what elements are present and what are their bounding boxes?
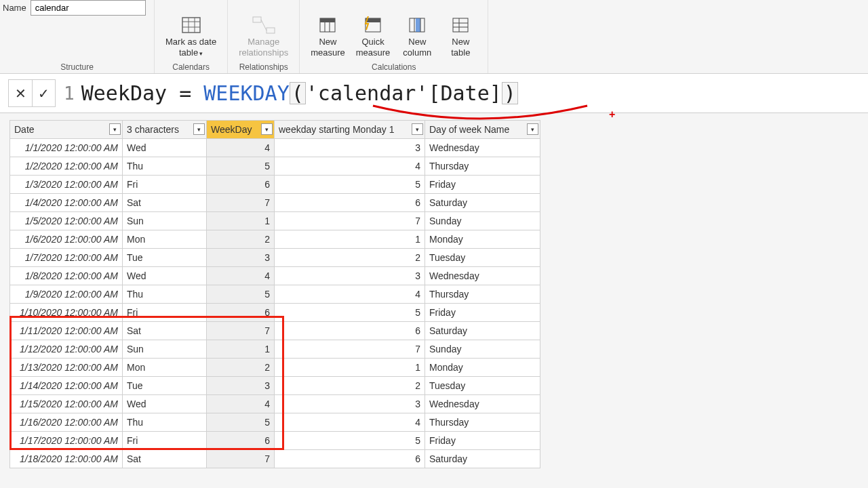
cell-weekday-monday[interactable]: 6 xyxy=(275,194,425,212)
header-3characters[interactable]: 3 characters▾ xyxy=(123,121,207,139)
cell-day-name[interactable]: Wednesday xyxy=(425,267,540,285)
cell-weekday[interactable]: 5 xyxy=(207,157,275,176)
cell-date[interactable]: 1/8/2020 12:00:00 AM xyxy=(10,267,123,285)
cell-day-name[interactable]: Thursday xyxy=(425,157,540,176)
cell-3characters[interactable]: Wed xyxy=(123,139,207,157)
cell-date[interactable]: 1/15/2020 12:00:00 AM xyxy=(10,395,123,413)
cell-day-name[interactable]: Friday xyxy=(425,176,540,194)
table-row[interactable]: 1/16/2020 12:00:00 AMThu54Thursday xyxy=(10,413,540,432)
header-date[interactable]: Date▾ xyxy=(10,121,123,139)
table-row[interactable]: 1/14/2020 12:00:00 AMTue32Tuesday xyxy=(10,377,540,395)
cell-weekday-monday[interactable]: 7 xyxy=(275,212,425,230)
cell-date[interactable]: 1/16/2020 12:00:00 AM xyxy=(10,413,123,432)
cell-weekday-monday[interactable]: 3 xyxy=(275,139,425,157)
table-row[interactable]: 1/7/2020 12:00:00 AMTue32Tuesday xyxy=(10,249,540,267)
cell-3characters[interactable]: Thu xyxy=(123,157,207,176)
mark-as-date-table-button[interactable]: Mark as datetable▾ xyxy=(161,12,220,62)
cell-date[interactable]: 1/12/2020 12:00:00 AM xyxy=(10,340,123,359)
cell-day-name[interactable]: Wednesday xyxy=(425,395,540,413)
cell-weekday-monday[interactable]: 3 xyxy=(275,267,425,285)
cell-weekday[interactable]: 4 xyxy=(207,139,275,157)
header-day-name[interactable]: Day of week Name▾ xyxy=(425,121,540,139)
cell-day-name[interactable]: Wednesday xyxy=(425,139,540,157)
cell-day-name[interactable]: Tuesday xyxy=(425,377,540,395)
cell-weekday[interactable]: 7 xyxy=(207,194,275,212)
cell-weekday[interactable]: 7 xyxy=(207,322,275,340)
cell-date[interactable]: 1/14/2020 12:00:00 AM xyxy=(10,377,123,395)
new-table-button[interactable]: Newtable xyxy=(440,12,481,62)
cell-weekday[interactable]: 3 xyxy=(207,249,275,267)
table-row[interactable]: 1/8/2020 12:00:00 AMWed43Wednesday xyxy=(10,267,540,285)
quick-measure-button[interactable]: Quickmeasure xyxy=(352,12,395,62)
cell-day-name[interactable]: Monday xyxy=(425,230,540,249)
cell-day-name[interactable]: Saturday xyxy=(425,450,540,468)
cell-date[interactable]: 1/7/2020 12:00:00 AM xyxy=(10,249,123,267)
cell-weekday[interactable]: 2 xyxy=(207,359,275,377)
cell-day-name[interactable]: Thursday xyxy=(425,285,540,304)
cell-date[interactable]: 1/6/2020 12:00:00 AM xyxy=(10,230,123,249)
table-row[interactable]: 1/6/2020 12:00:00 AMMon21Monday xyxy=(10,230,540,249)
cell-day-name[interactable]: Saturday xyxy=(425,322,540,340)
cell-day-name[interactable]: Friday xyxy=(425,432,540,450)
cell-3characters[interactable]: Wed xyxy=(123,395,207,413)
cell-weekday[interactable]: 5 xyxy=(207,413,275,432)
cell-weekday-monday[interactable]: 5 xyxy=(275,432,425,450)
cell-3characters[interactable]: Thu xyxy=(123,285,207,304)
cell-3characters[interactable]: Fri xyxy=(123,304,207,322)
table-row[interactable]: 1/5/2020 12:00:00 AMSun17Sunday xyxy=(10,212,540,230)
cell-date[interactable]: 1/10/2020 12:00:00 AM xyxy=(10,304,123,322)
cell-date[interactable]: 1/11/2020 12:00:00 AM xyxy=(10,322,123,340)
cell-weekday[interactable]: 1 xyxy=(207,340,275,359)
cell-3characters[interactable]: Wed xyxy=(123,267,207,285)
cell-date[interactable]: 1/13/2020 12:00:00 AM xyxy=(10,359,123,377)
filter-icon[interactable]: ▾ xyxy=(412,123,423,135)
cell-day-name[interactable]: Friday xyxy=(425,304,540,322)
cell-3characters[interactable]: Sat xyxy=(123,450,207,468)
table-row[interactable]: 1/3/2020 12:00:00 AMFri65Friday xyxy=(10,176,540,194)
filter-icon[interactable]: ▾ xyxy=(193,123,205,135)
cell-weekday-monday[interactable]: 6 xyxy=(275,322,425,340)
cell-weekday[interactable]: 2 xyxy=(207,230,275,249)
cell-date[interactable]: 1/3/2020 12:00:00 AM xyxy=(10,176,123,194)
cell-3characters[interactable]: Sun xyxy=(123,340,207,359)
cell-weekday[interactable]: 3 xyxy=(207,377,275,395)
table-row[interactable]: 1/2/2020 12:00:00 AMThu54Thursday xyxy=(10,157,540,176)
table-row[interactable]: 1/15/2020 12:00:00 AMWed43Wednesday xyxy=(10,395,540,413)
new-measure-button[interactable]: Newmeasure xyxy=(307,12,349,62)
cell-3characters[interactable]: Tue xyxy=(123,377,207,395)
filter-icon[interactable]: ▾ xyxy=(109,123,121,135)
cell-weekday-monday[interactable]: 2 xyxy=(275,377,425,395)
cell-day-name[interactable]: Thursday xyxy=(425,413,540,432)
header-weekday[interactable]: WeekDay▾ xyxy=(207,121,275,139)
table-row[interactable]: 1/1/2020 12:00:00 AMWed43Wednesday xyxy=(10,139,540,157)
commit-formula-button[interactable]: ✓ xyxy=(32,80,55,106)
cell-weekday[interactable]: 6 xyxy=(207,304,275,322)
data-grid[interactable]: Date▾ 3 characters▾ WeekDay▾ weekday sta… xyxy=(9,120,540,468)
table-row[interactable]: 1/11/2020 12:00:00 AMSat76Saturday xyxy=(10,322,540,340)
cell-weekday[interactable]: 4 xyxy=(207,395,275,413)
cell-3characters[interactable]: Thu xyxy=(123,413,207,432)
cell-weekday[interactable]: 6 xyxy=(207,432,275,450)
header-weekday-monday[interactable]: weekday starting Monday 1▾ xyxy=(275,121,425,139)
cell-weekday[interactable]: 4 xyxy=(207,267,275,285)
cell-weekday[interactable]: 7 xyxy=(207,450,275,468)
cell-weekday-monday[interactable]: 4 xyxy=(275,285,425,304)
cell-date[interactable]: 1/18/2020 12:00:00 AM xyxy=(10,450,123,468)
cell-weekday-monday[interactable]: 5 xyxy=(275,304,425,322)
cell-weekday-monday[interactable]: 4 xyxy=(275,157,425,176)
cell-day-name[interactable]: Sunday xyxy=(425,212,540,230)
cell-3characters[interactable]: Sat xyxy=(123,322,207,340)
cell-3characters[interactable]: Sun xyxy=(123,212,207,230)
cell-weekday[interactable]: 1 xyxy=(207,212,275,230)
cancel-formula-button[interactable]: ✕ xyxy=(9,80,32,106)
cell-day-name[interactable]: Sunday xyxy=(425,340,540,359)
cell-date[interactable]: 1/17/2020 12:00:00 AM xyxy=(10,432,123,450)
cell-day-name[interactable]: Tuesday xyxy=(425,249,540,267)
table-row[interactable]: 1/12/2020 12:00:00 AMSun17Sunday xyxy=(10,340,540,359)
cell-weekday-monday[interactable]: 6 xyxy=(275,450,425,468)
cell-date[interactable]: 1/2/2020 12:00:00 AM xyxy=(10,157,123,176)
new-column-button[interactable]: Newcolumn xyxy=(397,12,437,62)
cell-day-name[interactable]: Monday xyxy=(425,359,540,377)
filter-icon[interactable]: ▾ xyxy=(527,123,538,135)
table-row[interactable]: 1/4/2020 12:00:00 AMSat76Saturday xyxy=(10,194,540,212)
